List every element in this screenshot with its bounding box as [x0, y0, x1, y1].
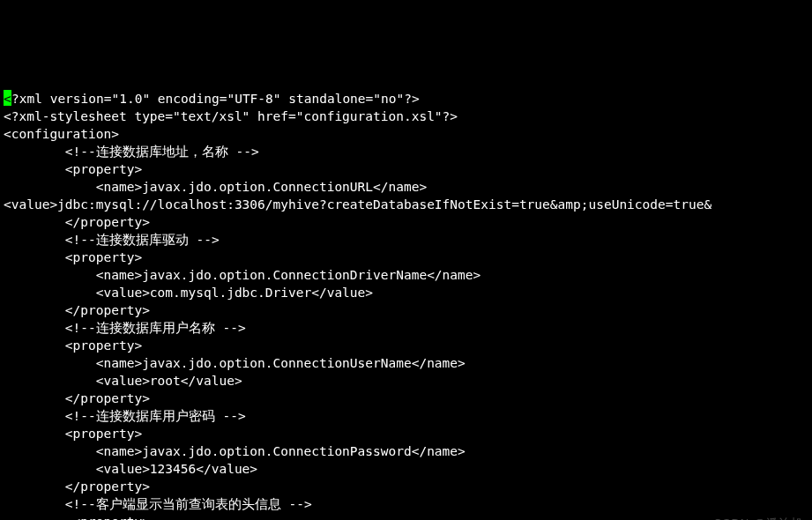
code-line: <?xml-stylesheet type="text/xsl" href="c… — [4, 108, 808, 125]
text-cursor: < — [4, 90, 11, 106]
code-line: <configuration> — [4, 125, 808, 143]
code-line: <!--连接数据库驱动 --> — [4, 231, 808, 249]
code-line: <!--连接数据库用户名称 --> — [4, 319, 808, 337]
code-line: <property> — [4, 513, 808, 520]
code-line: <value>com.mysql.jdbc.Driver</value> — [4, 284, 808, 301]
code-line: <value>jdbc:mysql://localhost:3306/myhiv… — [4, 196, 808, 213]
code-line: <name>javax.jdo.option.ConnectionPasswor… — [4, 442, 808, 460]
code-line: <name>javax.jdo.option.ConnectionURL</na… — [4, 178, 808, 196]
code-line: <?xml version="1.0" encoding="UTF-8" sta… — [4, 90, 808, 108]
code-line: <property> — [4, 249, 808, 266]
code-line: <property> — [4, 337, 808, 354]
code-line: <property> — [4, 425, 808, 442]
code-line: <value>root</value> — [4, 372, 808, 390]
code-line: </property> — [4, 478, 808, 495]
code-line: <property> — [4, 160, 808, 178]
code-line: <!--客户端显示当前查询表的头信息 --> — [4, 495, 808, 513]
code-line: <!--连接数据库用户密码 --> — [4, 407, 808, 425]
code-line: </property> — [4, 390, 808, 407]
code-line: <name>javax.jdo.option.ConnectionDriverN… — [4, 266, 808, 284]
code-block: <?xml version="1.0" encoding="UTF-8" sta… — [0, 88, 812, 520]
code-line: </property> — [4, 213, 808, 231]
code-line: </property> — [4, 301, 808, 319]
code-line: <!--连接数据库地址，名称 --> — [4, 143, 808, 160]
code-line: <value>123456</value> — [4, 460, 808, 478]
code-line: <name>javax.jdo.option.ConnectionUserNam… — [4, 354, 808, 372]
